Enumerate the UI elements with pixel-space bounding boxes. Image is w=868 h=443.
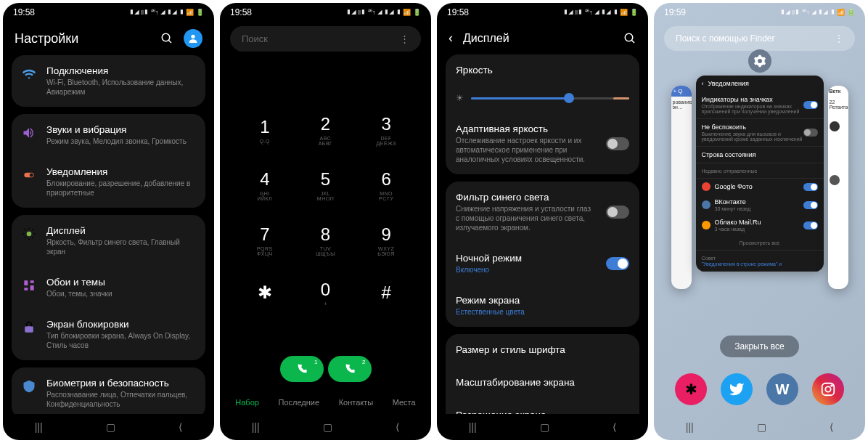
app-row[interactable]: Облако Mail.Ru3 часа назад	[696, 215, 824, 235]
toggle[interactable]	[803, 183, 818, 191]
more-icon[interactable]: ⋮	[835, 33, 843, 44]
toggle[interactable]	[803, 201, 818, 209]
keypad-key-1[interactable]: 1Q.Q	[234, 102, 295, 158]
home-nav[interactable]: ▢	[323, 421, 332, 433]
recent-card-main[interactable]: ‹ Уведомления Индикаторы на значкахОтобр…	[696, 76, 824, 272]
call-buttons: 1 2	[220, 350, 431, 391]
settings-item[interactable]: Обои и темыОбои, темы, значки	[12, 267, 205, 309]
more-icon[interactable]: ⋮	[400, 33, 409, 44]
keypad-key-6[interactable]: 6MNO РСТУ	[356, 158, 417, 213]
vk-app-icon[interactable]: W	[766, 373, 798, 405]
settings-group: ДисплейЯркость, Фильтр синего света, Гла…	[12, 215, 205, 360]
dialer-search[interactable]: Поиск ⋮	[230, 26, 421, 52]
dialer-tab[interactable]: Места	[393, 398, 416, 407]
display-item[interactable]: Режим экранаЕстественные цвета	[446, 285, 639, 327]
keypad-key-5[interactable]: 5JKL МНОП	[295, 158, 356, 213]
home-nav[interactable]: ▢	[540, 421, 549, 433]
gear-icon[interactable]	[748, 49, 771, 73]
finder-placeholder: Поиск с помощью Finder	[676, 33, 775, 44]
status-line-item[interactable]: Строка состояния	[696, 147, 824, 163]
home-nav[interactable]: ▢	[757, 421, 766, 433]
item-sub: Распознавание лица, Отпечатки пальцев, К…	[46, 390, 195, 409]
keypad-key-3[interactable]: 3DEF ДЕЁЖЗ	[356, 102, 417, 158]
finder-search[interactable]: Поиск с помощью Finder ⋮	[664, 26, 855, 51]
back-nav[interactable]: ⟨	[396, 421, 399, 433]
search-icon[interactable]	[623, 32, 636, 45]
close-all-button[interactable]: Закрыть все	[720, 336, 798, 357]
instagram-app-icon[interactable]	[812, 373, 844, 405]
toggle[interactable]	[803, 222, 818, 229]
keypad-key-8[interactable]: 8TUV ШЩЪЫ	[295, 213, 356, 268]
back-nav[interactable]: ⟨	[179, 421, 182, 433]
status-icons: ▮◢ ፧፧▮ ⁴⁶↑ ◢ ▮◢ ▮ 📶 🔋	[346, 9, 421, 17]
color-card: Фильтр синего светаСнижение напряжения и…	[446, 182, 639, 327]
dialer-phone: 19:58 ▮◢ ፧፧▮ ⁴⁶↑ ◢ ▮◢ ▮ 📶 🔋 Поиск ⋮ 1Q.Q…	[220, 3, 431, 440]
svg-point-3	[30, 174, 33, 177]
slider-track	[471, 97, 629, 99]
app-row[interactable]: Google Фото	[696, 179, 824, 195]
item-title: Подключения	[46, 65, 195, 76]
settings-item[interactable]: Биометрия и безопасностьРаспознавание ли…	[12, 367, 205, 414]
view-all[interactable]: Просмотреть все	[696, 235, 824, 251]
navbar: ||| ▢ ⟨	[437, 414, 648, 440]
twitter-app-icon[interactable]	[721, 373, 753, 405]
search-icon[interactable]	[160, 32, 173, 45]
toggle[interactable]	[606, 257, 629, 270]
settings-item[interactable]: ПодключенияWi-Fi, Bluetooth, Использован…	[12, 55, 205, 107]
item-title: Уведомления	[46, 166, 195, 177]
brightness-slider[interactable]: ☀	[446, 87, 639, 113]
keypad-key-#[interactable]: #	[356, 268, 417, 318]
keypad-key-4[interactable]: 4GHI ИЙКЛ	[234, 158, 295, 213]
settings-item[interactable]: Звуки и вибрацияРежим звука, Мелодия зво…	[12, 114, 205, 156]
toggle[interactable]	[606, 137, 629, 150]
dialer-tab[interactable]: Набор	[235, 398, 259, 407]
dock: ✱ W	[654, 365, 865, 414]
back-icon[interactable]: ‹	[449, 31, 453, 46]
toggle[interactable]	[803, 129, 818, 137]
notif-icon	[22, 168, 36, 182]
clock: 19:58	[13, 7, 35, 17]
gallery-app-icon[interactable]: ✱	[675, 373, 707, 405]
keypad-key-✱[interactable]: ✱	[234, 268, 295, 318]
settings-item[interactable]: Экран блокировкиТип блокировки экрана, A…	[12, 309, 205, 360]
display-item[interactable]: Адаптивная яркостьОтслеживание настроек …	[446, 113, 639, 174]
notification-item[interactable]: Не беспокоитьВыключение звука для вызово…	[696, 119, 824, 147]
home-nav[interactable]: ▢	[106, 421, 115, 433]
display-item[interactable]: Масштабирование экрана	[446, 367, 639, 399]
recents-area: +Q рование эн… ‹ Уведомления Индикаторы …	[654, 55, 865, 328]
recents-nav[interactable]: |||	[469, 421, 477, 433]
recents-nav[interactable]: |||	[252, 421, 260, 433]
keypad-key-7[interactable]: 7PQRS ФХЦЧ	[234, 213, 295, 268]
call-sim2-button[interactable]: 2	[328, 356, 372, 382]
display-item[interactable]: Разрешение экранаFHD+ (2280 x 1080)	[446, 399, 639, 414]
toggle[interactable]	[803, 101, 818, 109]
toggle[interactable]	[606, 206, 629, 219]
settings-item[interactable]: УведомленияБлокирование, разрешение, доб…	[12, 156, 205, 208]
keypad-key-0[interactable]: 0+	[295, 268, 356, 318]
settings-item[interactable]: ДисплейЯркость, Фильтр синего света, Гла…	[12, 215, 205, 267]
card-title: Уведомления	[708, 80, 749, 87]
notification-item[interactable]: Индикаторы на значкахОтображение индикат…	[696, 92, 824, 119]
display-item[interactable]: Фильтр синего светаСнижение напряжения и…	[446, 182, 639, 243]
profile-avatar[interactable]	[184, 29, 202, 48]
back-nav[interactable]: ⟨	[830, 421, 833, 433]
dialer-tab[interactable]: Контакты	[339, 398, 374, 407]
dialer-tab[interactable]: Последние	[278, 398, 319, 407]
navbar: ||| ▢ ⟨	[654, 414, 865, 440]
keypad-key-9[interactable]: 9WXYZ ЬЭЮЯ	[356, 213, 417, 268]
svg-point-0	[162, 33, 170, 41]
display-item[interactable]: Ночной режимВключено	[446, 243, 639, 285]
recent-card-left[interactable]: +Q рование эн…	[671, 86, 692, 289]
wallpaper-icon	[22, 278, 36, 293]
item-title: Обои и темы	[46, 277, 195, 288]
recently-sent-label: Недавно отправленные	[696, 163, 824, 179]
recents-nav[interactable]: |||	[686, 421, 694, 433]
keypad-key-2[interactable]: 2ABC АБВГ	[295, 102, 356, 158]
app-row[interactable]: ВКонтакте30 минут назад	[696, 195, 824, 215]
back-nav[interactable]: ⟨	[613, 421, 616, 433]
recents-nav[interactable]: |||	[35, 421, 43, 433]
recent-card-right[interactable]: Ветк 22 Ретвита!	[828, 86, 848, 289]
display-item[interactable]: Размер и стиль шрифта	[446, 334, 639, 367]
slider-thumb[interactable]	[564, 93, 574, 103]
call-sim1-button[interactable]: 1	[280, 356, 324, 382]
